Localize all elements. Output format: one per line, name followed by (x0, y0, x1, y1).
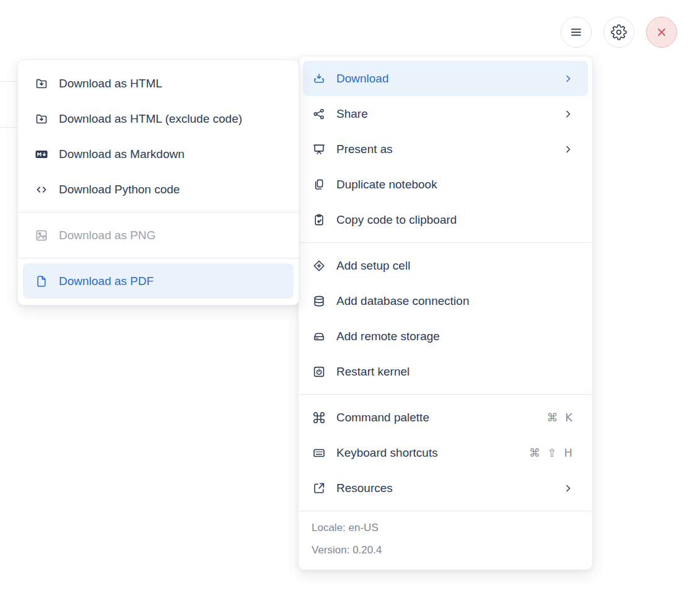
duplicate-icon (312, 177, 326, 192)
menu-item-label: Download as HTML (exclude code) (59, 112, 280, 126)
background-edge-line (0, 81, 18, 82)
menu-item-restart-kernel[interactable]: Restart kernel (303, 354, 588, 389)
menu-item-add-setup-cell[interactable]: Add setup cell (303, 248, 588, 283)
menu-item-label: Share (336, 107, 554, 121)
shortcut-hint: ⌘ K (546, 411, 574, 424)
menu-item-label: Keyboard shortcuts (336, 446, 522, 460)
menu-divider (299, 242, 592, 243)
menu-item-present-as[interactable]: Present as (303, 131, 588, 167)
menu-item-share[interactable]: Share (303, 96, 588, 131)
menu-item-keyboard-shortcuts[interactable]: Keyboard shortcuts ⌘ ⇧ H (303, 435, 588, 470)
hamburger-icon (569, 25, 584, 40)
menu-item-label: Download as PNG (59, 229, 280, 242)
menu-item-copy-code[interactable]: Copy code to clipboard (303, 202, 588, 237)
menu-item-label: Resources (336, 481, 554, 495)
download-icon (312, 71, 326, 86)
image-icon (34, 228, 49, 243)
menu-item-label: Download Python code (59, 183, 280, 196)
menu-item-resources[interactable]: Resources (303, 470, 588, 506)
background-edge-line (0, 127, 18, 128)
folder-download-icon (34, 112, 49, 126)
storage-icon (312, 329, 326, 344)
menu-item-label: Present as (336, 143, 554, 156)
menu-item-command-palette[interactable]: Command palette ⌘ K (303, 400, 588, 435)
menu-item-add-database-connection[interactable]: Add database connection (303, 283, 588, 319)
presentation-icon (312, 142, 326, 157)
menu-divider (18, 258, 299, 258)
menu-divider (18, 212, 299, 213)
database-icon (312, 294, 326, 309)
chevron-right-icon (562, 108, 574, 120)
chevron-right-icon (562, 143, 574, 156)
chevron-right-icon (562, 73, 574, 85)
submenu-item-download-html-exclude-code[interactable]: Download as HTML (exclude code) (23, 101, 294, 136)
menu-item-label: Copy code to clipboard (336, 213, 574, 227)
version-text: Version: 0.20.4 (312, 539, 579, 561)
setup-cell-icon (312, 258, 326, 273)
menu-item-label: Add database connection (336, 294, 574, 308)
main-menu-panel: Download Share Present as Duplicate note… (298, 56, 593, 570)
menu-footer: Locale: en-US Version: 0.20.4 (299, 511, 592, 569)
menu-item-label: Download as HTML (59, 77, 280, 90)
markdown-icon (34, 147, 49, 162)
close-button[interactable] (646, 17, 677, 48)
menu-item-label: Download (336, 72, 554, 86)
hamburger-menu-button[interactable] (561, 17, 592, 48)
settings-button[interactable] (603, 17, 634, 48)
share-icon (312, 107, 326, 121)
file-icon (34, 274, 49, 289)
submenu-item-download-markdown[interactable]: Download as Markdown (23, 136, 294, 172)
download-submenu-panel: Download as HTML Download as HTML (exclu… (17, 59, 299, 306)
menu-item-label: Restart kernel (336, 365, 574, 379)
keyboard-icon (312, 446, 326, 460)
menu-item-download[interactable]: Download (303, 61, 588, 96)
restart-kernel-icon (312, 364, 326, 379)
code-icon (34, 182, 49, 197)
menu-item-add-remote-storage[interactable]: Add remote storage (303, 319, 588, 354)
menu-item-duplicate-notebook[interactable]: Duplicate notebook (303, 167, 588, 202)
external-link-icon (312, 481, 326, 496)
command-icon (312, 410, 326, 425)
shortcut-hint: ⌘ ⇧ H (529, 446, 574, 459)
menu-item-label: Add remote storage (336, 330, 574, 343)
menu-divider (299, 394, 592, 395)
chevron-right-icon (562, 482, 574, 495)
submenu-item-download-python-code[interactable]: Download Python code (23, 172, 294, 207)
submenu-item-download-pdf[interactable]: Download as PDF (23, 263, 294, 299)
gear-icon (611, 24, 627, 40)
menu-item-label: Command palette (336, 411, 539, 424)
submenu-item-download-png: Download as PNG (23, 218, 294, 253)
clipboard-copy-icon (312, 213, 326, 227)
submenu-item-download-html[interactable]: Download as HTML (23, 66, 294, 101)
close-icon (654, 25, 669, 40)
folder-download-icon (34, 76, 49, 91)
menu-item-label: Download as Markdown (59, 147, 280, 161)
menu-item-label: Download as PDF (59, 275, 280, 288)
locale-text: Locale: en-US (312, 517, 579, 539)
menu-item-label: Duplicate notebook (336, 178, 574, 191)
menu-item-label: Add setup cell (336, 259, 574, 273)
